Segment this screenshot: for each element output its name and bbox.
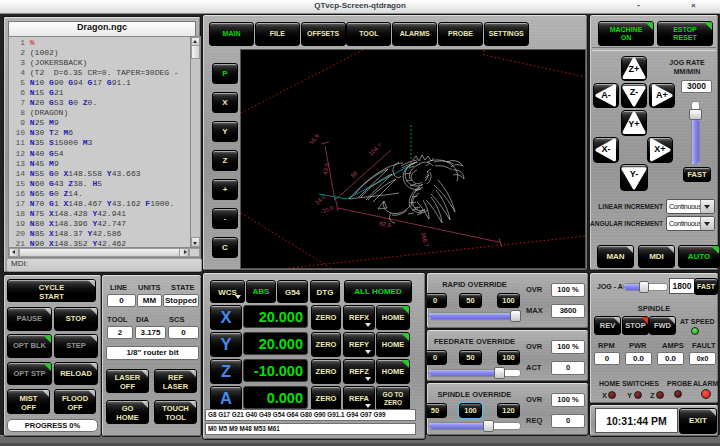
svg-text:-10.0: -10.0 [319,204,335,215]
svg-text:Z-: Z- [630,87,639,97]
svg-text:82.9: 82.9 [379,220,392,228]
svg-text:55.6: 55.6 [308,132,321,145]
svg-text:X+: X+ [654,144,665,154]
svg-text:X-: X- [602,144,611,154]
svg-text:Y+: Y+ [628,119,639,129]
svg-text:266.7: 266.7 [420,232,430,249]
svg-text:43.5: 43.5 [322,162,330,175]
svg-text:A+: A+ [656,90,668,100]
svg-text:Z+: Z+ [629,64,640,74]
svg-text:104.7: 104.7 [368,142,384,157]
svg-text:86: 86 [350,169,359,178]
svg-text:A-: A- [601,90,611,100]
svg-text:Y-: Y- [630,169,639,179]
